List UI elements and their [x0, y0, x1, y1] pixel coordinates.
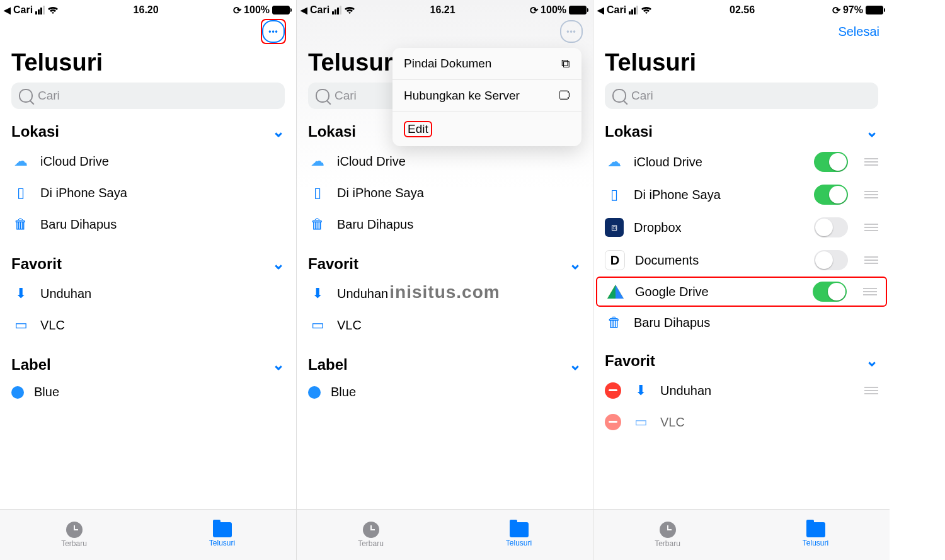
search-icon [612, 89, 626, 103]
toggle-icloud[interactable] [814, 152, 848, 172]
chevron-down-icon: ⌄ [866, 123, 878, 140]
more-button[interactable]: ••• [560, 20, 583, 43]
remove-button[interactable] [605, 382, 621, 399]
tab-browse[interactable]: Telusuri [445, 510, 593, 560]
chevron-down-icon: ⌄ [866, 352, 878, 370]
row-documents: DDocuments [593, 244, 890, 277]
row-iphone[interactable]: ▯Di iPhone Saya [0, 177, 296, 209]
section-lokasi[interactable]: Lokasi⌄ [593, 120, 890, 146]
toggle-gdrive[interactable] [813, 282, 847, 302]
orientation-lock-icon: ⟳ [832, 4, 840, 16]
download-icon: ⬇ [631, 381, 650, 400]
search-input[interactable]: Cari [605, 83, 878, 109]
toggle-documents[interactable] [814, 250, 848, 270]
back-chevron-icon[interactable]: ◀ [4, 5, 11, 15]
row-label-blue[interactable]: Blue [0, 379, 296, 406]
menu-connect[interactable]: Hubungkan ke Server🖵 [392, 80, 581, 112]
download-icon: ⬇ [11, 284, 30, 303]
section-favorit[interactable]: Favorit ⌄ [0, 253, 296, 278]
tabbar: Terbaru Telusuri [0, 509, 296, 560]
row-gdrive: Google Drive [596, 277, 887, 307]
done-button[interactable]: Selesai [838, 25, 879, 39]
drag-handle-icon[interactable] [863, 288, 877, 295]
drag-handle-icon[interactable] [864, 158, 878, 166]
cloud-icon: ☁ [11, 152, 30, 171]
tabbar: Terbaru Telusuri [297, 509, 593, 560]
trash-icon: 🗑 [11, 215, 30, 234]
tab-browse[interactable]: Telusuri [148, 510, 296, 560]
clock: 16.21 [430, 4, 455, 16]
search-icon [316, 89, 329, 103]
page-title: Telusuri [593, 45, 890, 83]
search-icon [19, 89, 33, 103]
menu-scan[interactable]: Pindai Dokumen⧉ [392, 48, 581, 80]
highlight-more-button: ••• [261, 19, 286, 44]
section-label[interactable]: Label⌄ [297, 353, 593, 379]
drag-handle-icon[interactable] [864, 387, 878, 394]
phone-icon: ▯ [11, 183, 30, 202]
phone-icon: ▯ [605, 185, 624, 204]
back-chevron-icon[interactable]: ◀ [597, 5, 604, 15]
row-icloud[interactable]: ☁iCloud Drive [297, 146, 593, 177]
more-menu: Pindai Dokumen⧉ Hubungkan ke Server🖵 Edi… [392, 48, 581, 146]
server-icon: 🖵 [558, 89, 570, 103]
more-button[interactable]: ••• [262, 20, 285, 43]
chevron-down-icon: ⌄ [569, 356, 581, 374]
chevron-down-icon: ⌄ [569, 255, 581, 273]
row-label-blue[interactable]: Blue [297, 379, 593, 406]
toggle-iphone[interactable] [814, 185, 848, 205]
screen-2: ◀ Cari 16.21 ⟳ 100% ••• Telusuri Cari Lo… [297, 0, 593, 560]
search-input[interactable]: Cari [11, 83, 285, 109]
folder-icon [806, 522, 825, 537]
menu-edit[interactable]: Edit [392, 112, 581, 146]
battery-icon [272, 6, 290, 14]
status-bar: ◀ Cari 02.56 ⟳ 97% [593, 0, 890, 18]
screen-3: ◀ Cari 02.56 ⟳ 97% Selesai Telusuri Cari… [593, 0, 890, 560]
row-trash[interactable]: 🗑Baru Dihapus [297, 209, 593, 240]
status-bar: ◀ Cari 16.20 ⟳ 100% [0, 0, 296, 18]
blue-dot-icon [308, 386, 321, 399]
tab-recent[interactable]: Terbaru [0, 510, 148, 560]
clock: 16.20 [134, 4, 159, 16]
toggle-dropbox[interactable] [814, 217, 848, 237]
remove-button[interactable] [605, 414, 621, 430]
drag-handle-icon[interactable] [864, 224, 878, 231]
battery-percent: 97% [843, 4, 863, 16]
orientation-lock-icon: ⟳ [530, 4, 538, 16]
row-iphone[interactable]: ▯Di iPhone Saya [297, 177, 593, 209]
drag-handle-icon[interactable] [864, 191, 878, 198]
row-vlc[interactable]: ▭VLC [297, 309, 593, 341]
tab-browse[interactable]: Telusuri [742, 510, 890, 560]
dropbox-icon: ⧈ [605, 218, 624, 237]
row-trash[interactable]: 🗑Baru Dihapus [593, 307, 890, 338]
battery-icon [569, 6, 587, 14]
drag-handle-icon[interactable] [864, 256, 878, 264]
cloud-icon: ☁ [605, 152, 624, 171]
row-trash[interactable]: 🗑Baru Dihapus [0, 209, 296, 240]
row-unduhan[interactable]: ⬇Unduhan [0, 278, 296, 309]
tabbar: Terbaru Telusuri [593, 509, 890, 560]
section-label[interactable]: Label ⌄ [0, 353, 296, 379]
row-vlc[interactable]: ▭VLC [0, 309, 296, 341]
tab-recent[interactable]: Terbaru [297, 510, 445, 560]
folder-icon: ▭ [308, 316, 327, 334]
back-app-label[interactable]: Cari [13, 4, 33, 16]
back-chevron-icon[interactable]: ◀ [301, 5, 307, 15]
section-favorit[interactable]: Favorit⌄ [297, 253, 593, 278]
clock-icon [660, 522, 676, 538]
scan-icon: ⧉ [561, 57, 570, 71]
folder-icon: ▭ [631, 413, 650, 431]
blue-dot-icon [11, 386, 24, 399]
row-icloud[interactable]: ☁iCloud Drive [0, 146, 296, 177]
gdrive-icon [606, 285, 625, 299]
orientation-lock-icon: ⟳ [233, 4, 241, 16]
section-favorit[interactable]: Favorit⌄ [593, 350, 890, 375]
signal-icon [629, 6, 638, 14]
chevron-down-icon: ⌄ [272, 356, 285, 374]
chevron-down-icon: ⌄ [272, 255, 285, 273]
battery-percent: 100% [244, 4, 270, 16]
section-lokasi[interactable]: Lokasi ⌄ [0, 120, 296, 146]
battery-percent: 100% [541, 4, 566, 16]
signal-icon [332, 6, 341, 14]
tab-recent[interactable]: Terbaru [593, 510, 742, 560]
